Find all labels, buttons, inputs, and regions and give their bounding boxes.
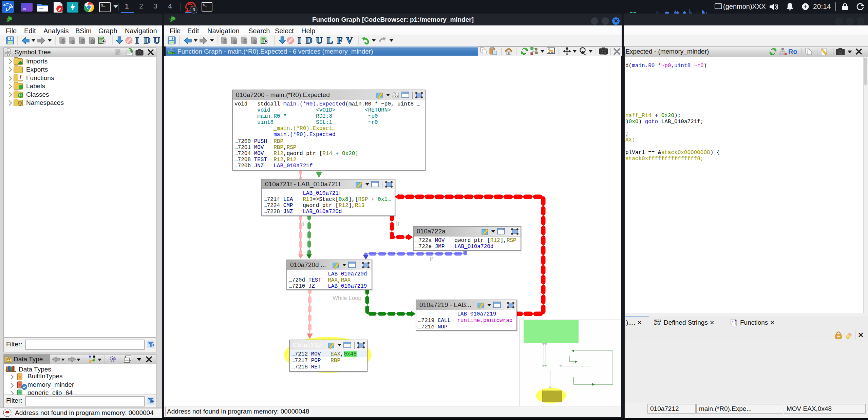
svg-text:Ro: Ro — [788, 48, 797, 55]
svg-text:DT: DT — [6, 359, 10, 362]
svg-text:If: If — [396, 221, 399, 227]
svg-text:If: If — [430, 256, 433, 263]
svg-text:..: .. — [584, 51, 586, 56]
svg-text:If: If — [301, 221, 305, 227]
svg-text:$_: $_ — [101, 3, 106, 7]
svg-text:$_: $_ — [203, 3, 207, 7]
svg-text:While Loop: While Loop — [333, 295, 361, 301]
